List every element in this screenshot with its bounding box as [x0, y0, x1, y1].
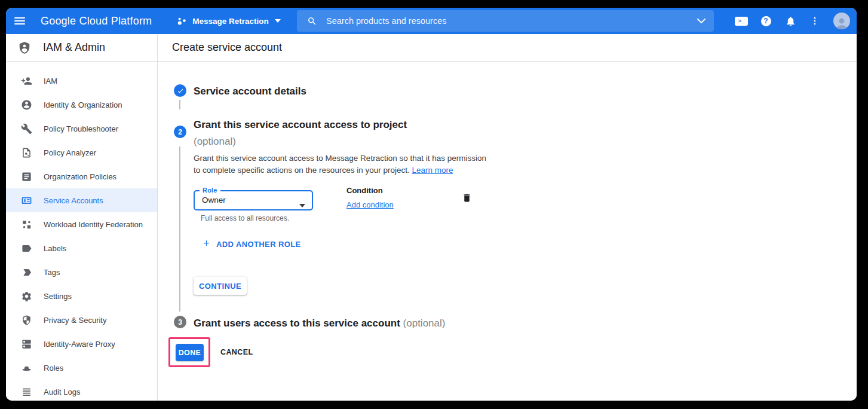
step1-title[interactable]: Service account details	[194, 83, 306, 100]
avatar[interactable]	[833, 13, 850, 29]
sidebar-item-label: Privacy & Security	[44, 316, 106, 325]
sidebar-item-label: Policy Troubleshooter	[44, 124, 118, 133]
sidebar-item-label: Organization Policies	[44, 172, 116, 181]
sidebar-item-service-accounts[interactable]: Service Accounts	[6, 188, 157, 212]
mosaic-icon	[19, 217, 33, 231]
description-line2: to complete specific actions on the reso…	[194, 164, 486, 176]
top-app-bar: Google Cloud Platform Message Retraction…	[6, 8, 857, 34]
project-name: Message Retraction	[192, 17, 269, 26]
sidebar-menu: IAMIdentity & OrganizationPolicy Trouble…	[6, 62, 157, 401]
more-vert-icon[interactable]	[808, 14, 822, 28]
sidebar-item-iam[interactable]: IAM	[6, 69, 157, 93]
page-header: Create service account	[158, 34, 857, 62]
page-title: Create service account	[172, 41, 282, 54]
sidebar-header: IAM & Admin	[6, 34, 157, 62]
sidebar-item-label: IAM	[44, 77, 57, 86]
search-icon	[307, 16, 317, 26]
sidebar-item-label: Tags	[44, 268, 60, 277]
done-button[interactable]: DONE	[176, 344, 204, 361]
step2-title-text: Grant this service account access to pro…	[194, 117, 407, 133]
sidebar-item-audit-logs[interactable]: Audit Logs	[6, 380, 157, 401]
service-account-badge-icon	[19, 193, 33, 207]
continue-button[interactable]: CONTINUE	[194, 277, 247, 295]
role-dropdown[interactable]: Role Owner	[194, 190, 313, 210]
list-lines-icon	[19, 384, 33, 399]
hamburger-menu-icon[interactable]	[6, 8, 33, 34]
step2-title: Grant this service account access to pro…	[194, 117, 407, 150]
global-search	[297, 10, 714, 32]
delete-role-trash-icon[interactable]	[460, 191, 473, 204]
sidebar-item-roles[interactable]: Roles	[6, 356, 157, 380]
step-connector	[179, 100, 180, 109]
step3-number-badge: 3	[174, 316, 186, 328]
shield-icon	[19, 313, 33, 327]
label-icon	[19, 241, 33, 255]
cancel-button[interactable]: CANCEL	[220, 344, 253, 361]
condition-label: Condition	[346, 186, 383, 195]
sidebar-item-label: Identity & Organization	[44, 100, 122, 109]
sidebar-item-label: Settings	[44, 292, 72, 301]
sidebar-item-label: Identity-Aware Proxy	[44, 340, 115, 349]
add-condition-link[interactable]: Add condition	[346, 200, 394, 209]
gear-icon	[19, 289, 33, 303]
project-caret-icon	[275, 19, 281, 23]
tag-icon	[19, 265, 33, 279]
search-input[interactable]	[326, 16, 697, 26]
browser-viewport: Google Cloud Platform Message Retraction…	[6, 8, 857, 401]
sidebar-item-policy-troubleshooter[interactable]: Policy Troubleshooter	[6, 117, 157, 141]
sidebar-item-label: Service Accounts	[44, 196, 103, 205]
step2-optional-label: (optional)	[194, 133, 407, 150]
step3-title-text: Grant users access to this service accou…	[194, 318, 400, 329]
sidebar-item-identity-aware-proxy[interactable]: Identity-Aware Proxy	[6, 332, 157, 356]
sidebar-item-label: Labels	[44, 244, 66, 253]
description-line1: Grant this service account access to Mes…	[194, 152, 486, 164]
dns-rows-icon	[19, 337, 33, 351]
learn-more-link[interactable]: Learn more	[412, 166, 453, 175]
project-cluster-icon	[177, 15, 187, 27]
sidebar-item-workload-identity-federation[interactable]: Workload Identity Federation	[6, 212, 157, 236]
role-helper-text: Full access to all resources.	[201, 214, 289, 222]
add-another-role-label: ADD ANOTHER ROLE	[216, 240, 301, 249]
sidebar-item-label: Workload Identity Federation	[44, 220, 143, 229]
sidebar-item-organization-policies[interactable]: Organization Policies	[6, 164, 157, 188]
sidebar-item-label: Roles	[44, 364, 63, 373]
sidebar-item-identity-organization[interactable]: Identity & Organization	[6, 93, 157, 117]
account-circle-icon	[19, 97, 33, 112]
role-selected-value: Owner	[202, 191, 226, 209]
sidebar-item-label: Audit Logs	[44, 387, 80, 396]
cloud-shell-icon[interactable]: >_	[734, 14, 749, 28]
person-add-icon	[19, 74, 33, 88]
sidebar-item-policy-analyzer[interactable]: Policy Analyzer	[6, 141, 157, 164]
main-content: Create service account Service account d…	[158, 34, 857, 401]
project-switcher[interactable]: Message Retraction	[177, 15, 281, 27]
sidebar: IAM & Admin IAMIdentity & OrganizationPo…	[6, 34, 158, 401]
article-icon	[19, 169, 33, 184]
doc-analyze-icon	[19, 145, 33, 160]
step1-completed-check-icon	[174, 84, 186, 97]
hat-icon	[19, 361, 33, 375]
iam-admin-shield-icon	[18, 41, 31, 55]
add-another-role-button[interactable]: ADD ANOTHER ROLE	[202, 239, 301, 250]
sidebar-item-settings[interactable]: Settings	[6, 284, 157, 308]
sidebar-title: IAM & Admin	[43, 41, 105, 54]
dropdown-caret-icon	[299, 199, 305, 210]
step2-description: Grant this service account access to Mes…	[194, 152, 486, 176]
sidebar-item-privacy-security[interactable]: Privacy & Security	[6, 308, 157, 332]
topbar-actions: >_ ?	[734, 8, 850, 34]
search-expand-chevron-icon[interactable]	[697, 19, 706, 23]
step2-number-badge: 2	[174, 126, 186, 138]
notifications-bell-icon[interactable]	[783, 14, 798, 28]
wrench-icon	[19, 121, 33, 136]
plus-icon	[202, 239, 211, 250]
step-connector	[179, 146, 180, 312]
sidebar-item-label: Policy Analyzer	[44, 148, 96, 157]
sidebar-item-tags[interactable]: Tags	[6, 260, 157, 284]
help-icon[interactable]: ?	[759, 14, 773, 28]
step3-title[interactable]: Grant users access to this service accou…	[194, 315, 445, 332]
gcp-brand-logo[interactable]: Google Cloud Platform	[41, 15, 152, 28]
sidebar-item-labels[interactable]: Labels	[6, 236, 157, 260]
create-service-account-form: Service account details 2 Grant this ser…	[158, 62, 857, 401]
